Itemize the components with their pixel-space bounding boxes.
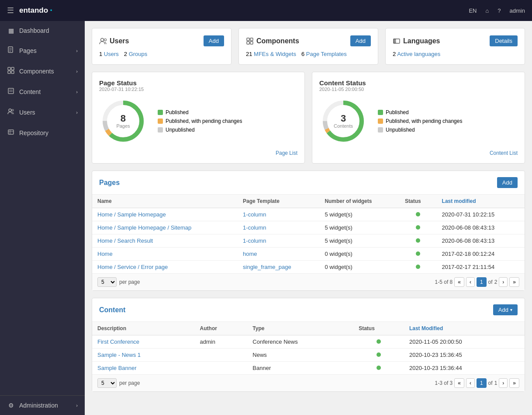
- sidebar-item-pages[interactable]: Pages ›: [0, 40, 85, 61]
- sidebar-item-repository[interactable]: Repository: [0, 122, 85, 143]
- sidebar-item-content[interactable]: Content ›: [0, 81, 85, 102]
- hamburger-icon[interactable]: ☰: [7, 6, 14, 15]
- pages-pagination-right: 1-5 of 8 « ‹ 1 of 2 › »: [435, 277, 519, 287]
- users-count-label: 1 Users: [99, 51, 119, 57]
- legend-published: Published: [158, 109, 242, 115]
- page-template-cell[interactable]: home: [238, 248, 319, 261]
- content-count: 3: [334, 114, 353, 123]
- active-languages-label: 2 Active languages: [393, 51, 440, 57]
- pages-per-page-select[interactable]: 51025: [97, 277, 117, 287]
- sidebar-item-dashboard[interactable]: ▦ Dashboard: [0, 21, 85, 40]
- summary-cards: Users Add 1 Users 2 Groups Components Ad…: [92, 28, 525, 65]
- pages-section-header: Pages Add: [92, 171, 525, 195]
- pages-table-header: Name Page Template Number of widgets Sta…: [92, 195, 525, 208]
- content-table-header: Description Author Type Status Last Modi…: [92, 322, 525, 335]
- logo-text: entando: [19, 6, 48, 15]
- content-current-page-btn[interactable]: 1: [477, 378, 487, 388]
- components-add-button[interactable]: Add: [350, 35, 371, 46]
- legend-label-published: Published: [166, 109, 189, 115]
- page-template-cell[interactable]: 1-column: [238, 208, 319, 221]
- languages-card-header: Languages Details: [393, 35, 518, 46]
- page-status-cell: [400, 234, 436, 248]
- content-donut-label: 3 Contents: [334, 114, 353, 129]
- pages-current-page-btn[interactable]: 1: [477, 277, 487, 287]
- users-link[interactable]: Users: [104, 51, 119, 57]
- content-desc-cell[interactable]: Sample - News 1: [92, 349, 195, 362]
- content-legend-dot-unpublished: [378, 127, 383, 133]
- content-modified-cell: 2020-10-23 15:36:45: [404, 349, 525, 362]
- pages-first-page-btn[interactable]: «: [454, 277, 464, 287]
- page-status-cell: [400, 221, 436, 234]
- content-legend-published: Published: [378, 109, 462, 115]
- sidebar-item-components[interactable]: Components ›: [0, 61, 85, 81]
- sidebar: ▦ Dashboard Pages › Components › Content…: [0, 21, 85, 415]
- topbar-left: ☰ entando·: [7, 5, 52, 16]
- pages-prev-page-btn[interactable]: ‹: [466, 277, 475, 287]
- page-label: Pages: [116, 123, 130, 129]
- components-card: Components Add 21 MFEs & Widgets 6 Page …: [238, 28, 378, 65]
- content-status-datetime: 2020-11-05 20:00:50: [319, 87, 518, 92]
- page-template-cell[interactable]: 1-column: [238, 221, 319, 234]
- administration-icon: ⚙: [7, 402, 15, 409]
- page-modified-cell: 2017-02-18 00:12:24: [437, 248, 525, 261]
- languages-details-button[interactable]: Details: [490, 35, 518, 46]
- content-col-modified: Last Modified: [404, 322, 525, 335]
- content-list-link[interactable]: Content List: [490, 150, 518, 156]
- content-add-button[interactable]: Add ▾: [493, 304, 518, 315]
- page-name-cell[interactable]: Home / Sample Homepage: [92, 208, 238, 221]
- user-menu[interactable]: admin: [510, 7, 525, 14]
- content-type-cell: News: [247, 349, 353, 362]
- pages-last-page-btn[interactable]: »: [509, 277, 519, 287]
- content-type-cell: Banner: [247, 362, 353, 375]
- active-languages-link[interactable]: Active languages: [397, 51, 440, 57]
- sidebar-item-users[interactable]: Users ›: [0, 102, 85, 122]
- components-card-links: 21 MFEs & Widgets 6 Page Templates: [246, 51, 371, 57]
- page-template-cell[interactable]: single_frame_page: [238, 261, 319, 274]
- content-per-page-select[interactable]: 51025: [97, 378, 117, 388]
- home-icon[interactable]: ⌂: [485, 7, 489, 14]
- page-modified-cell: 2017-02-17 21:11:54: [437, 261, 525, 274]
- page-name-cell[interactable]: Home / Sample Homepage / Sitemap: [92, 221, 238, 234]
- language-selector[interactable]: EN: [469, 7, 477, 14]
- sidebar-label-pages: Pages: [19, 47, 37, 54]
- status-dot: [416, 212, 420, 216]
- groups-link[interactable]: Groups: [129, 51, 148, 57]
- page-list-link[interactable]: Page List: [276, 150, 297, 156]
- page-name-cell[interactable]: Home / Search Result: [92, 234, 238, 248]
- pages-col-modified: Last modified: [437, 195, 525, 208]
- pages-next-page-btn[interactable]: ›: [499, 277, 508, 287]
- content-pagination-right: 1-3 of 3 « ‹ 1 of 1 › »: [435, 378, 519, 388]
- sidebar-item-administration[interactable]: ⚙ Administration ›: [0, 396, 85, 415]
- content-status-cell: [353, 362, 404, 375]
- page-template-cell[interactable]: 1-column: [238, 234, 319, 248]
- pages-pagination: 51025 per page 1-5 of 8 « ‹ 1 of 2 › »: [92, 273, 525, 290]
- pages-chevron: ›: [76, 48, 78, 53]
- content-status-cell: [353, 335, 404, 349]
- content-table: Description Author Type Status Last Modi…: [92, 322, 525, 374]
- help-icon[interactable]: ?: [497, 7, 501, 14]
- content-status-body: 3 Contents Published Published, with pen…: [319, 97, 518, 145]
- status-dot: [377, 352, 381, 357]
- users-add-button[interactable]: Add: [204, 35, 224, 46]
- mfes-link[interactable]: MFEs & Widgets: [254, 51, 296, 57]
- logo: entando·: [19, 5, 52, 16]
- svg-rect-7: [11, 71, 14, 73]
- content-prev-page-btn[interactable]: ‹: [466, 378, 475, 388]
- legend-pending: Published, with pending changes: [158, 118, 242, 124]
- pages-section: Pages Add Name Page Template Number of w…: [92, 171, 525, 291]
- pages-add-button[interactable]: Add: [497, 177, 518, 188]
- templates-link[interactable]: Page Templates: [306, 51, 347, 57]
- users-card-label: Users: [110, 37, 129, 45]
- table-row: Home / Service / Error page single_frame…: [92, 261, 525, 274]
- pages-per-page-label: per page: [119, 279, 140, 285]
- content-first-page-btn[interactable]: «: [454, 378, 464, 388]
- content-last-page-btn[interactable]: »: [509, 378, 519, 388]
- content-desc-cell[interactable]: Sample Banner: [92, 362, 195, 375]
- content-desc-cell[interactable]: First Conference: [92, 335, 195, 349]
- page-count: 8: [116, 114, 130, 123]
- page-modified-cell: 2020-06-08 08:43:13: [437, 234, 525, 248]
- page-name-cell[interactable]: Home / Service / Error page: [92, 261, 238, 274]
- content-next-page-btn[interactable]: ›: [499, 378, 508, 388]
- content-author-cell: admin: [195, 335, 248, 349]
- page-name-cell[interactable]: Home: [92, 248, 238, 261]
